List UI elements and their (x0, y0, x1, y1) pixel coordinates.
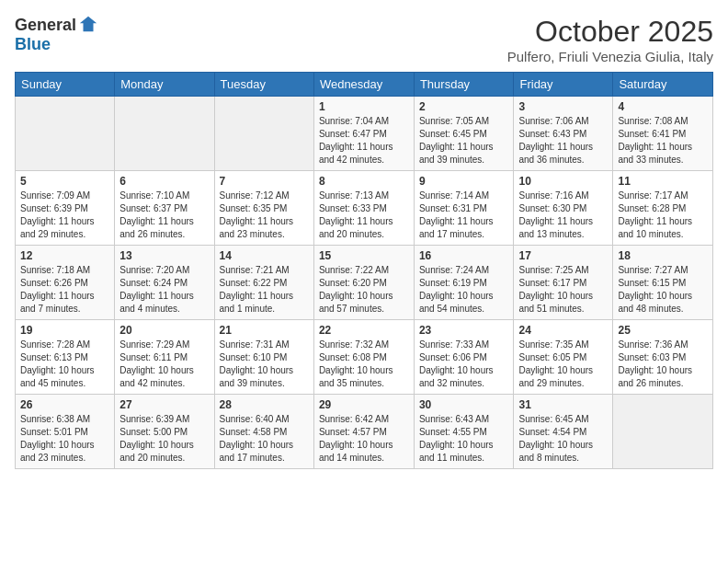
table-row: 9Sunrise: 7:14 AM Sunset: 6:31 PM Daylig… (414, 171, 514, 246)
calendar-table: Sunday Monday Tuesday Wednesday Thursday… (15, 72, 713, 469)
day-number: 27 (119, 398, 209, 411)
day-info: Sunrise: 7:06 AM Sunset: 6:43 PM Dayligh… (518, 115, 608, 167)
header-saturday: Saturday (613, 73, 713, 97)
table-row (613, 395, 713, 469)
table-row: 23Sunrise: 7:33 AM Sunset: 6:06 PM Dayli… (414, 320, 514, 395)
table-row: 13Sunrise: 7:20 AM Sunset: 6:24 PM Dayli… (115, 246, 214, 320)
table-row: 5Sunrise: 7:09 AM Sunset: 6:39 PM Daylig… (16, 171, 115, 246)
day-number: 29 (319, 398, 409, 411)
day-info: Sunrise: 7:13 AM Sunset: 6:33 PM Dayligh… (319, 190, 409, 241)
day-number: 14 (220, 249, 309, 262)
logo-blue-text: Blue (15, 35, 51, 54)
day-number: 15 (319, 249, 409, 262)
day-info: Sunrise: 7:09 AM Sunset: 6:39 PM Dayligh… (20, 190, 109, 241)
day-number: 1 (319, 100, 409, 113)
day-info: Sunrise: 7:17 AM Sunset: 6:28 PM Dayligh… (618, 190, 708, 241)
day-number: 16 (419, 249, 509, 262)
day-info: Sunrise: 6:38 AM Sunset: 5:01 PM Dayligh… (20, 413, 109, 465)
table-row: 12Sunrise: 7:18 AM Sunset: 6:26 PM Dayli… (16, 246, 115, 320)
day-number: 17 (518, 249, 608, 262)
table-row: 21Sunrise: 7:31 AM Sunset: 6:10 PM Dayli… (214, 320, 313, 395)
calendar-week-row: 5Sunrise: 7:09 AM Sunset: 6:39 PM Daylig… (16, 171, 713, 246)
day-info: Sunrise: 7:05 AM Sunset: 6:45 PM Dayligh… (419, 115, 509, 167)
table-row (214, 97, 313, 171)
day-info: Sunrise: 7:12 AM Sunset: 6:35 PM Dayligh… (220, 190, 309, 241)
day-number: 6 (119, 175, 209, 188)
table-row: 15Sunrise: 7:22 AM Sunset: 6:20 PM Dayli… (313, 246, 414, 320)
day-info: Sunrise: 7:08 AM Sunset: 6:41 PM Dayligh… (618, 115, 708, 167)
day-info: Sunrise: 7:18 AM Sunset: 6:26 PM Dayligh… (20, 264, 109, 316)
day-number: 20 (119, 324, 209, 337)
day-number: 26 (20, 398, 109, 411)
day-info: Sunrise: 7:14 AM Sunset: 6:31 PM Dayligh… (419, 190, 509, 241)
table-row: 31Sunrise: 6:45 AM Sunset: 4:54 PM Dayli… (514, 395, 613, 469)
day-number: 28 (220, 398, 309, 411)
table-row: 14Sunrise: 7:21 AM Sunset: 6:22 PM Dayli… (214, 246, 313, 320)
table-row: 20Sunrise: 7:29 AM Sunset: 6:11 PM Dayli… (115, 320, 214, 395)
day-number: 13 (119, 249, 209, 262)
day-info: Sunrise: 7:24 AM Sunset: 6:19 PM Dayligh… (419, 264, 509, 316)
table-row: 10Sunrise: 7:16 AM Sunset: 6:30 PM Dayli… (514, 171, 613, 246)
table-row: 6Sunrise: 7:10 AM Sunset: 6:37 PM Daylig… (115, 171, 214, 246)
header-wednesday: Wednesday (313, 73, 414, 97)
day-number: 11 (618, 175, 708, 188)
logo-icon (78, 15, 98, 35)
day-number: 19 (20, 324, 109, 337)
header-thursday: Thursday (414, 73, 514, 97)
day-number: 4 (618, 100, 708, 113)
table-row: 25Sunrise: 7:36 AM Sunset: 6:03 PM Dayli… (613, 320, 713, 395)
table-row: 7Sunrise: 7:12 AM Sunset: 6:35 PM Daylig… (214, 171, 313, 246)
svg-marker-0 (80, 17, 97, 32)
day-number: 31 (518, 398, 608, 411)
table-row: 17Sunrise: 7:25 AM Sunset: 6:17 PM Dayli… (514, 246, 613, 320)
header: General Blue October 2025 Pulfero, Friul… (15, 15, 713, 64)
header-sunday: Sunday (16, 73, 115, 97)
day-number: 7 (220, 175, 309, 188)
day-number: 9 (419, 175, 509, 188)
table-row: 24Sunrise: 7:35 AM Sunset: 6:05 PM Dayli… (514, 320, 613, 395)
table-row: 4Sunrise: 7:08 AM Sunset: 6:41 PM Daylig… (613, 97, 713, 171)
day-info: Sunrise: 7:31 AM Sunset: 6:10 PM Dayligh… (220, 339, 309, 390)
day-info: Sunrise: 6:42 AM Sunset: 4:57 PM Dayligh… (319, 413, 409, 465)
month-title: October 2025 (507, 15, 713, 49)
day-info: Sunrise: 7:32 AM Sunset: 6:08 PM Dayligh… (319, 339, 409, 390)
day-number: 25 (618, 324, 708, 337)
day-number: 22 (319, 324, 409, 337)
table-row (115, 97, 214, 171)
table-row: 11Sunrise: 7:17 AM Sunset: 6:28 PM Dayli… (613, 171, 713, 246)
day-info: Sunrise: 6:45 AM Sunset: 4:54 PM Dayligh… (518, 413, 608, 465)
location-title: Pulfero, Friuli Venezia Giulia, Italy (507, 49, 713, 64)
header-tuesday: Tuesday (214, 73, 313, 97)
table-row: 30Sunrise: 6:43 AM Sunset: 4:55 PM Dayli… (414, 395, 514, 469)
table-row: 8Sunrise: 7:13 AM Sunset: 6:33 PM Daylig… (313, 171, 414, 246)
day-number: 3 (518, 100, 608, 113)
day-info: Sunrise: 6:39 AM Sunset: 5:00 PM Dayligh… (119, 413, 209, 465)
title-area: October 2025 Pulfero, Friuli Venezia Giu… (507, 15, 713, 64)
day-info: Sunrise: 7:27 AM Sunset: 6:15 PM Dayligh… (618, 264, 708, 316)
day-info: Sunrise: 7:16 AM Sunset: 6:30 PM Dayligh… (518, 190, 608, 241)
table-row: 26Sunrise: 6:38 AM Sunset: 5:01 PM Dayli… (16, 395, 115, 469)
day-info: Sunrise: 6:43 AM Sunset: 4:55 PM Dayligh… (419, 413, 509, 465)
day-info: Sunrise: 7:10 AM Sunset: 6:37 PM Dayligh… (119, 190, 209, 241)
day-number: 18 (618, 249, 708, 262)
day-number: 2 (419, 100, 509, 113)
day-number: 24 (518, 324, 608, 337)
header-monday: Monday (115, 73, 214, 97)
day-info: Sunrise: 7:35 AM Sunset: 6:05 PM Dayligh… (518, 339, 608, 390)
table-row: 22Sunrise: 7:32 AM Sunset: 6:08 PM Dayli… (313, 320, 414, 395)
table-row: 18Sunrise: 7:27 AM Sunset: 6:15 PM Dayli… (613, 246, 713, 320)
table-row: 16Sunrise: 7:24 AM Sunset: 6:19 PM Dayli… (414, 246, 514, 320)
calendar-header-row: Sunday Monday Tuesday Wednesday Thursday… (16, 73, 713, 97)
table-row: 19Sunrise: 7:28 AM Sunset: 6:13 PM Dayli… (16, 320, 115, 395)
calendar-week-row: 1Sunrise: 7:04 AM Sunset: 6:47 PM Daylig… (16, 97, 713, 171)
day-info: Sunrise: 7:25 AM Sunset: 6:17 PM Dayligh… (518, 264, 608, 316)
day-info: Sunrise: 7:04 AM Sunset: 6:47 PM Dayligh… (319, 115, 409, 167)
table-row: 2Sunrise: 7:05 AM Sunset: 6:45 PM Daylig… (414, 97, 514, 171)
day-number: 5 (20, 175, 109, 188)
day-info: Sunrise: 7:28 AM Sunset: 6:13 PM Dayligh… (20, 339, 109, 390)
day-info: Sunrise: 7:20 AM Sunset: 6:24 PM Dayligh… (119, 264, 209, 316)
day-number: 8 (319, 175, 409, 188)
calendar-week-row: 12Sunrise: 7:18 AM Sunset: 6:26 PM Dayli… (16, 246, 713, 320)
day-info: Sunrise: 7:21 AM Sunset: 6:22 PM Dayligh… (220, 264, 309, 316)
table-row: 3Sunrise: 7:06 AM Sunset: 6:43 PM Daylig… (514, 97, 613, 171)
